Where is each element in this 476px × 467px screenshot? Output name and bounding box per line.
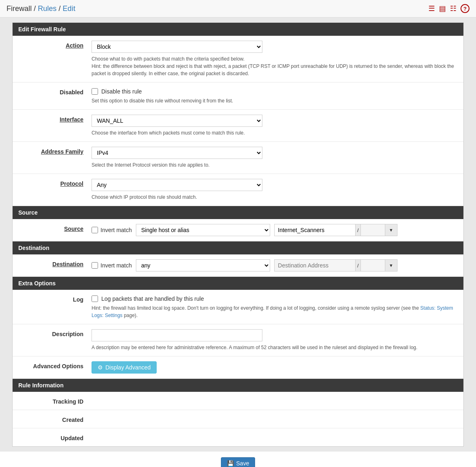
display-advanced-label: Display Advanced — [105, 364, 151, 371]
log-help-main: Hint: the firewall has limited local log… — [92, 305, 419, 311]
log-checkbox[interactable] — [92, 295, 98, 302]
interface-select[interactable]: WAN_ALL WAN LAN — [92, 115, 262, 127]
log-label-col: Log — [18, 295, 92, 303]
rule-information-header: Rule Information — [13, 379, 463, 392]
action-label-col: Action — [18, 41, 92, 49]
breadcrumb-sep2: / — [59, 4, 63, 13]
source-row: Source Invert match Single host or alias… — [13, 219, 463, 241]
disabled-label: Disabled — [60, 89, 83, 96]
protocol-row: Protocol Any TCP UDP TCP/UDP ICMP Choose… — [13, 174, 463, 206]
source-slash: / — [356, 224, 361, 236]
source-section-header: Source — [13, 206, 463, 219]
protocol-help: Choose which IP protocol this rule shoul… — [92, 193, 458, 201]
extra-options-title: Extra Options — [18, 280, 56, 287]
display-advanced-button[interactable]: ⚙ Display Advanced — [92, 361, 157, 374]
tracking-id-row: Tracking ID — [13, 392, 463, 410]
source-label-col: Source — [18, 224, 92, 232]
description-label: Description — [52, 331, 83, 337]
tracking-id-label-col: Tracking ID — [18, 397, 92, 405]
protocol-label-col: Protocol — [18, 179, 92, 187]
source-value-input[interactable] — [274, 224, 356, 236]
action-content: Block Pass Reject Choose what to do with… — [92, 41, 458, 77]
disabled-help: Set this option to disable this rule wit… — [92, 97, 458, 104]
destination-invert-check: Invert match — [92, 262, 132, 269]
list-icon[interactable]: ☷ — [450, 4, 456, 13]
protocol-select[interactable]: Any TCP UDP TCP/UDP ICMP — [92, 179, 262, 191]
interface-label-col: Interface — [18, 115, 92, 123]
destination-content: Invert match any Single host or alias Ne… — [92, 259, 458, 272]
destination-section-header: Destination — [13, 241, 463, 254]
edit-rule-header: Edit Firewall Rule — [13, 23, 463, 36]
chart-icon[interactable]: ▤ — [439, 4, 446, 13]
log-checkbox-row: Log packets that are handled by this rul… — [92, 295, 458, 302]
destination-address-input[interactable] — [274, 259, 356, 272]
extra-options-header: Extra Options — [13, 277, 463, 290]
updated-label-col: Updated — [18, 433, 92, 441]
source-invert-label: Invert match — [100, 227, 132, 233]
address-family-select[interactable]: IPv4 IPv6 IPv4+IPv6 — [92, 147, 262, 159]
created-label-col: Created — [18, 415, 92, 423]
interface-help: Choose the interface from which packets … — [92, 129, 458, 137]
save-icon: 💾 — [227, 460, 234, 467]
destination-cidr-input[interactable] — [361, 259, 385, 272]
address-family-label-col: Address Family — [18, 147, 92, 155]
interface-label[interactable]: Interface — [60, 116, 83, 123]
source-controls: Invert match Single host or alias any Ne… — [92, 224, 458, 236]
description-row: Description A description may be entered… — [13, 324, 463, 356]
top-icons: ☰ ▤ ☷ ? — [428, 4, 469, 13]
edit-rule-title: Edit Firewall Rule — [18, 26, 66, 33]
sliders-icon[interactable]: ☰ — [428, 4, 435, 13]
destination-controls: Invert match any Single host or alias Ne… — [92, 259, 458, 272]
destination-row: Destination Invert match any Single host… — [13, 254, 463, 277]
help-icon[interactable]: ? — [461, 4, 469, 13]
breadcrumb-root: Firewall — [7, 4, 32, 13]
disabled-label-col: Disabled — [18, 87, 92, 96]
source-cidr-input[interactable] — [361, 224, 385, 236]
source-invert-checkbox[interactable] — [92, 227, 98, 233]
breadcrumb-edit[interactable]: Edit — [63, 4, 75, 13]
source-content: Invert match Single host or alias any Ne… — [92, 224, 458, 236]
breadcrumb: Firewall / Rules / Edit — [7, 4, 75, 13]
address-family-label[interactable]: Address Family — [41, 148, 83, 155]
destination-label-col: Destination — [18, 259, 92, 267]
destination-invert-checkbox[interactable] — [92, 262, 98, 269]
destination-slash: / — [356, 259, 361, 272]
advanced-options-content: ⚙ Display Advanced — [92, 361, 458, 374]
description-input[interactable] — [92, 329, 262, 341]
source-label[interactable]: Source — [64, 226, 83, 232]
advanced-options-row: Advanced Options ⚙ Display Advanced — [13, 356, 463, 379]
page-wrap: Edit Firewall Rule Action Block Pass Rej… — [12, 22, 464, 447]
protocol-content: Any TCP UDP TCP/UDP ICMP Choose which IP… — [92, 179, 458, 201]
destination-addr-group: / ▼ — [274, 259, 397, 272]
description-content: A description may be entered here for ad… — [92, 329, 458, 351]
protocol-label[interactable]: Protocol — [60, 180, 83, 187]
tracking-id-label: Tracking ID — [53, 398, 83, 405]
description-label-col: Description — [18, 329, 92, 337]
source-type-select[interactable]: Single host or alias any Network WAN add… — [136, 224, 270, 236]
top-bar: Firewall / Rules / Edit ☰ ▤ ☷ ? — [0, 0, 476, 17]
source-dropdown-btn[interactable]: ▼ — [385, 224, 397, 236]
source-invert-check: Invert match — [92, 227, 132, 233]
action-row: Action Block Pass Reject Choose what to … — [13, 36, 463, 83]
destination-dropdown-btn[interactable]: ▼ — [385, 259, 397, 272]
log-check-label: Log packets that are handled by this rul… — [101, 295, 204, 302]
rule-information-title: Rule Information — [18, 382, 63, 389]
action-label[interactable]: Action — [66, 42, 83, 49]
disabled-content: Disable this rule Set this option to dis… — [92, 87, 458, 104]
action-help-main-text: Choose what to do with packets that matc… — [92, 56, 245, 62]
destination-label[interactable]: Destination — [52, 261, 83, 267]
save-button[interactable]: 💾 Save — [221, 457, 255, 467]
destination-type-select[interactable]: any Single host or alias Network WAN add… — [136, 259, 270, 272]
source-addr-group: / ▼ — [274, 224, 397, 236]
destination-section-title: Destination — [18, 245, 49, 251]
log-content: Log packets that are handled by this rul… — [92, 295, 458, 319]
disabled-checkbox-row: Disable this rule — [92, 88, 458, 95]
disabled-checkbox[interactable] — [92, 88, 98, 95]
log-label: Log — [73, 296, 83, 303]
disabled-check-label: Disable this rule — [101, 88, 142, 95]
created-label: Created — [62, 417, 83, 423]
destination-invert-label: Invert match — [100, 262, 132, 269]
action-select[interactable]: Block Pass Reject — [92, 41, 262, 53]
breadcrumb-sep1: / — [34, 4, 38, 13]
breadcrumb-rules[interactable]: Rules — [38, 4, 57, 13]
